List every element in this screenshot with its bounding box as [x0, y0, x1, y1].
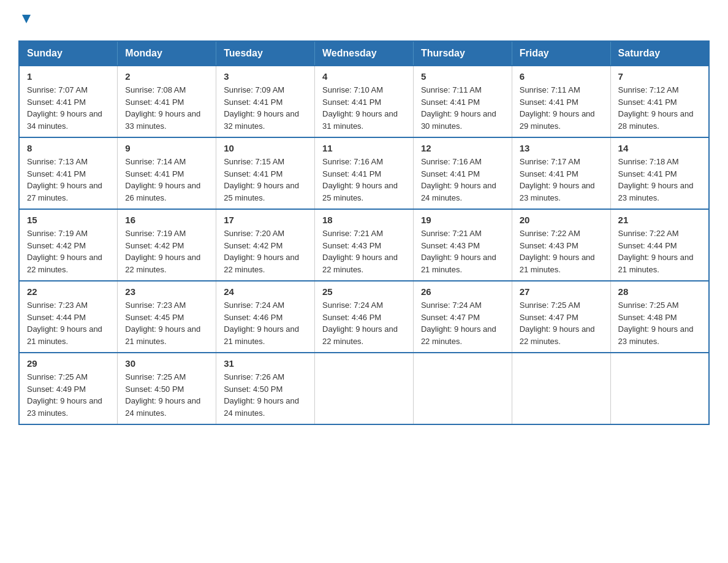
day-info: Sunrise: 7:25 AM Sunset: 4:48 PM Dayligh…: [618, 299, 701, 347]
calendar-day-cell: 1 Sunrise: 7:07 AM Sunset: 4:41 PM Dayli…: [19, 66, 118, 137]
calendar-day-cell: 19 Sunrise: 7:21 AM Sunset: 4:43 PM Dayl…: [413, 209, 512, 281]
day-number: 28: [618, 286, 701, 297]
day-number: 16: [125, 215, 208, 225]
day-number: 9: [125, 143, 208, 153]
day-info: Sunrise: 7:11 AM Sunset: 4:41 PM Dayligh…: [421, 84, 504, 132]
calendar-day-cell: 18 Sunrise: 7:21 AM Sunset: 4:43 PM Dayl…: [315, 209, 414, 281]
day-number: 25: [322, 286, 406, 297]
day-number: 11: [322, 143, 406, 153]
calendar-week-row: 1 Sunrise: 7:07 AM Sunset: 4:41 PM Dayli…: [19, 66, 709, 137]
calendar-day-cell: 9 Sunrise: 7:14 AM Sunset: 4:41 PM Dayli…: [118, 137, 216, 209]
day-info: Sunrise: 7:25 AM Sunset: 4:50 PM Dayligh…: [125, 371, 208, 419]
calendar-day-cell: 23 Sunrise: 7:23 AM Sunset: 4:45 PM Dayl…: [118, 281, 216, 353]
day-number: 20: [520, 215, 603, 225]
calendar-day-cell: 27 Sunrise: 7:25 AM Sunset: 4:47 PM Dayl…: [512, 281, 610, 353]
day-number: 17: [224, 215, 307, 225]
calendar-day-cell: 2 Sunrise: 7:08 AM Sunset: 4:41 PM Dayli…: [118, 66, 216, 137]
day-number: 24: [224, 286, 307, 297]
calendar-day-cell: 28 Sunrise: 7:25 AM Sunset: 4:48 PM Dayl…: [610, 281, 709, 353]
header-thursday: Thursday: [413, 41, 512, 66]
day-number: 12: [421, 143, 504, 153]
calendar-day-cell: 14 Sunrise: 7:18 AM Sunset: 4:41 PM Dayl…: [610, 137, 709, 209]
day-number: 5: [421, 71, 504, 82]
header-friday: Friday: [512, 41, 610, 66]
calendar-day-cell: 8 Sunrise: 7:13 AM Sunset: 4:41 PM Dayli…: [19, 137, 118, 209]
day-number: 21: [618, 215, 701, 225]
day-number: 27: [520, 286, 603, 297]
calendar-day-cell: 24 Sunrise: 7:24 AM Sunset: 4:46 PM Dayl…: [216, 281, 315, 353]
day-info: Sunrise: 7:07 AM Sunset: 4:41 PM Dayligh…: [27, 84, 110, 132]
calendar-day-cell: 30 Sunrise: 7:25 AM Sunset: 4:50 PM Dayl…: [118, 353, 216, 424]
day-info: Sunrise: 7:15 AM Sunset: 4:41 PM Dayligh…: [224, 156, 307, 204]
calendar-day-cell: 5 Sunrise: 7:11 AM Sunset: 4:41 PM Dayli…: [413, 66, 512, 137]
calendar-day-cell: 4 Sunrise: 7:10 AM Sunset: 4:41 PM Dayli…: [315, 66, 414, 137]
day-number: 1: [27, 71, 110, 82]
calendar-day-cell: [413, 353, 512, 424]
day-number: 15: [27, 215, 110, 225]
day-info: Sunrise: 7:09 AM Sunset: 4:41 PM Dayligh…: [224, 84, 307, 132]
day-number: 14: [618, 143, 701, 153]
calendar-day-cell: 13 Sunrise: 7:17 AM Sunset: 4:41 PM Dayl…: [512, 137, 610, 209]
calendar-day-cell: 31 Sunrise: 7:26 AM Sunset: 4:50 PM Dayl…: [216, 353, 315, 424]
calendar-day-cell: 21 Sunrise: 7:22 AM Sunset: 4:44 PM Dayl…: [610, 209, 709, 281]
day-info: Sunrise: 7:19 AM Sunset: 4:42 PM Dayligh…: [27, 228, 110, 275]
day-number: 4: [322, 71, 406, 82]
calendar-week-row: 22 Sunrise: 7:23 AM Sunset: 4:44 PM Dayl…: [19, 281, 709, 353]
day-number: 3: [224, 71, 307, 82]
calendar-day-cell: 22 Sunrise: 7:23 AM Sunset: 4:44 PM Dayl…: [19, 281, 118, 353]
day-number: 2: [125, 71, 208, 82]
header-saturday: Saturday: [610, 41, 709, 66]
calendar-day-cell: [315, 353, 414, 424]
header-wednesday: Wednesday: [315, 41, 414, 66]
day-number: 13: [520, 143, 603, 153]
day-info: Sunrise: 7:24 AM Sunset: 4:47 PM Dayligh…: [421, 299, 504, 347]
calendar-day-cell: 17 Sunrise: 7:20 AM Sunset: 4:42 PM Dayl…: [216, 209, 315, 281]
calendar-day-cell: 15 Sunrise: 7:19 AM Sunset: 4:42 PM Dayl…: [19, 209, 118, 281]
calendar-day-cell: 11 Sunrise: 7:16 AM Sunset: 4:41 PM Dayl…: [315, 137, 414, 209]
day-info: Sunrise: 7:11 AM Sunset: 4:41 PM Dayligh…: [520, 84, 603, 132]
day-number: 19: [421, 215, 504, 225]
day-number: 31: [224, 358, 307, 369]
day-info: Sunrise: 7:18 AM Sunset: 4:41 PM Dayligh…: [618, 156, 701, 204]
day-info: Sunrise: 7:21 AM Sunset: 4:43 PM Dayligh…: [322, 228, 406, 275]
day-number: 18: [322, 215, 406, 225]
day-info: Sunrise: 7:08 AM Sunset: 4:41 PM Dayligh…: [125, 84, 208, 132]
calendar-day-cell: 12 Sunrise: 7:16 AM Sunset: 4:41 PM Dayl…: [413, 137, 512, 209]
calendar-day-cell: 20 Sunrise: 7:22 AM Sunset: 4:43 PM Dayl…: [512, 209, 610, 281]
day-number: 8: [27, 143, 110, 153]
day-info: Sunrise: 7:24 AM Sunset: 4:46 PM Dayligh…: [224, 299, 307, 347]
day-info: Sunrise: 7:19 AM Sunset: 4:42 PM Dayligh…: [125, 228, 208, 275]
day-number: 22: [27, 286, 110, 297]
day-info: Sunrise: 7:16 AM Sunset: 4:41 PM Dayligh…: [322, 156, 406, 204]
day-number: 26: [421, 286, 504, 297]
calendar-day-cell: 10 Sunrise: 7:15 AM Sunset: 4:41 PM Dayl…: [216, 137, 315, 209]
calendar-table: SundayMondayTuesdayWednesdayThursdayFrid…: [18, 40, 710, 425]
calendar-week-row: 8 Sunrise: 7:13 AM Sunset: 4:41 PM Dayli…: [19, 137, 709, 209]
day-number: 30: [125, 358, 208, 369]
calendar-week-row: 29 Sunrise: 7:25 AM Sunset: 4:49 PM Dayl…: [19, 353, 709, 424]
day-info: Sunrise: 7:24 AM Sunset: 4:46 PM Dayligh…: [322, 299, 406, 347]
day-info: Sunrise: 7:12 AM Sunset: 4:41 PM Dayligh…: [618, 84, 701, 132]
day-info: Sunrise: 7:25 AM Sunset: 4:47 PM Dayligh…: [520, 299, 603, 347]
calendar-day-cell: 3 Sunrise: 7:09 AM Sunset: 4:41 PM Dayli…: [216, 66, 315, 137]
header-monday: Monday: [118, 41, 216, 66]
day-info: Sunrise: 7:23 AM Sunset: 4:44 PM Dayligh…: [27, 299, 110, 347]
calendar-week-row: 15 Sunrise: 7:19 AM Sunset: 4:42 PM Dayl…: [19, 209, 709, 281]
day-number: 29: [27, 358, 110, 369]
day-info: Sunrise: 7:23 AM Sunset: 4:45 PM Dayligh…: [125, 299, 208, 347]
day-info: Sunrise: 7:20 AM Sunset: 4:42 PM Dayligh…: [224, 228, 307, 275]
calendar-day-cell: 25 Sunrise: 7:24 AM Sunset: 4:46 PM Dayl…: [315, 281, 414, 353]
calendar-day-cell: 26 Sunrise: 7:24 AM Sunset: 4:47 PM Dayl…: [413, 281, 512, 353]
header-sunday: Sunday: [19, 41, 118, 66]
page-header: [18, 12, 710, 28]
day-number: 10: [224, 143, 307, 153]
calendar-day-cell: [610, 353, 709, 424]
calendar-day-cell: 6 Sunrise: 7:11 AM Sunset: 4:41 PM Dayli…: [512, 66, 610, 137]
day-info: Sunrise: 7:10 AM Sunset: 4:41 PM Dayligh…: [322, 84, 406, 132]
day-info: Sunrise: 7:13 AM Sunset: 4:41 PM Dayligh…: [27, 156, 110, 204]
svg-marker-0: [22, 15, 31, 23]
day-info: Sunrise: 7:22 AM Sunset: 4:44 PM Dayligh…: [618, 228, 701, 275]
day-info: Sunrise: 7:16 AM Sunset: 4:41 PM Dayligh…: [421, 156, 504, 204]
day-info: Sunrise: 7:22 AM Sunset: 4:43 PM Dayligh…: [520, 228, 603, 275]
day-info: Sunrise: 7:25 AM Sunset: 4:49 PM Dayligh…: [27, 371, 110, 419]
